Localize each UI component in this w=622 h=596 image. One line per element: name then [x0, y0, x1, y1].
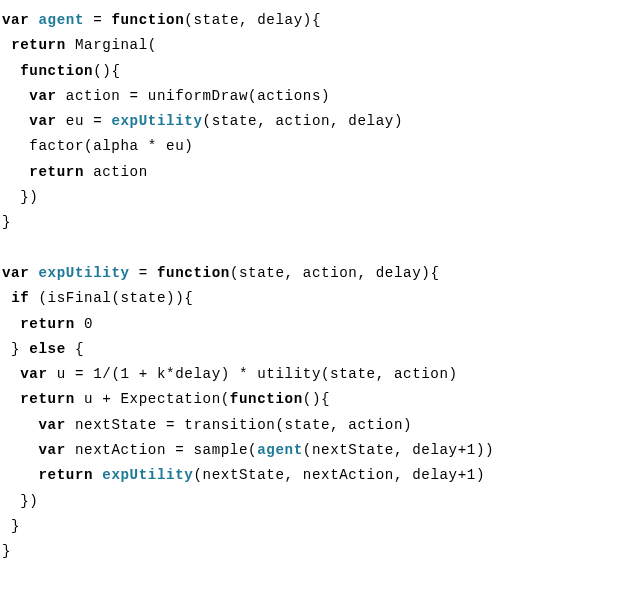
code-line: var eu = expUtility(state, action, delay… — [2, 113, 403, 129]
keyword-var: var — [20, 366, 47, 382]
code-line: var action = uniformDraw(actions) — [2, 88, 330, 104]
code-text — [2, 467, 38, 483]
code-text: { — [66, 341, 84, 357]
code-line: var expUtility = function(state, action,… — [2, 265, 440, 281]
code-text: (state, action, delay) — [203, 113, 404, 129]
code-line: var u = 1/(1 + k*delay) * utility(state,… — [2, 366, 458, 382]
code-text — [2, 391, 20, 407]
keyword-function: function — [157, 265, 230, 281]
keyword-function: function — [20, 63, 93, 79]
code-text — [2, 366, 20, 382]
keyword-var: var — [38, 417, 65, 433]
code-text: } — [2, 341, 29, 357]
keyword-var: var — [29, 88, 56, 104]
keyword-if: if — [11, 290, 29, 306]
code-text — [93, 467, 102, 483]
code-line: var nextAction = sample(agent(nextState,… — [2, 442, 494, 458]
keyword-return: return — [29, 164, 84, 180]
code-line: function(){ — [2, 63, 121, 79]
keyword-return: return — [20, 316, 75, 332]
code-line: factor(alpha * eu) — [2, 138, 193, 154]
code-text — [2, 164, 29, 180]
code-text: eu = — [57, 113, 112, 129]
code-text: (state, action, delay){ — [230, 265, 440, 281]
code-block: var agent = function(state, delay){ retu… — [2, 8, 620, 565]
code-text: nextAction = sample( — [66, 442, 257, 458]
code-line: } else { — [2, 341, 84, 357]
code-line: return 0 — [2, 316, 93, 332]
keyword-return: return — [11, 37, 66, 53]
code-line: }) — [2, 189, 38, 205]
code-text: } — [2, 214, 11, 230]
keyword-var: var — [38, 442, 65, 458]
funcname-expUtility: expUtility — [111, 113, 202, 129]
funcname-expUtility: expUtility — [102, 467, 193, 483]
keyword-return: return — [20, 391, 75, 407]
funcname-agent: agent — [38, 12, 84, 28]
code-text: } — [2, 518, 20, 534]
code-text: }) — [2, 493, 38, 509]
code-line: return action — [2, 164, 148, 180]
code-text: 0 — [75, 316, 93, 332]
keyword-function: function — [230, 391, 303, 407]
keyword-var: var — [2, 265, 29, 281]
code-text: Marginal( — [66, 37, 157, 53]
code-text: action — [84, 164, 148, 180]
code-text — [2, 290, 11, 306]
code-text: } — [2, 543, 11, 559]
code-text — [2, 113, 29, 129]
keyword-var: var — [29, 113, 56, 129]
code-text — [2, 442, 38, 458]
keyword-return: return — [38, 467, 93, 483]
code-text: (isFinal(state)){ — [29, 290, 193, 306]
code-text: (nextState, nextAction, delay+1) — [193, 467, 485, 483]
keyword-var: var — [2, 12, 29, 28]
code-text — [2, 63, 20, 79]
keyword-else: else — [29, 341, 65, 357]
code-line: } — [2, 214, 11, 230]
funcname-agent: agent — [257, 442, 303, 458]
code-line: if (isFinal(state)){ — [2, 290, 193, 306]
code-text: = — [130, 265, 157, 281]
funcname-expUtility: expUtility — [38, 265, 129, 281]
code-text — [2, 316, 20, 332]
keyword-function: function — [111, 12, 184, 28]
code-text: action = uniformDraw(actions) — [57, 88, 330, 104]
code-text — [2, 417, 38, 433]
code-line: return Marginal( — [2, 37, 157, 53]
code-text: (nextState, delay+1)) — [303, 442, 494, 458]
code-text: (state, delay){ — [184, 12, 321, 28]
code-text: u = 1/(1 + k*delay) * utility(state, act… — [48, 366, 458, 382]
code-text: = — [84, 12, 111, 28]
code-line: var agent = function(state, delay){ — [2, 12, 321, 28]
code-text: factor(alpha * eu) — [2, 138, 193, 154]
code-line: var nextState = transition(state, action… — [2, 417, 412, 433]
code-text: (){ — [93, 63, 120, 79]
code-text — [2, 88, 29, 104]
code-line: return u + Expectation(function(){ — [2, 391, 330, 407]
code-text: (){ — [303, 391, 330, 407]
code-text: }) — [2, 189, 38, 205]
code-line: } — [2, 543, 11, 559]
code-line: }) — [2, 493, 38, 509]
code-text: u + Expectation( — [75, 391, 230, 407]
code-text: nextState = transition(state, action) — [66, 417, 412, 433]
code-line: return expUtility(nextState, nextAction,… — [2, 467, 485, 483]
code-line: } — [2, 518, 20, 534]
